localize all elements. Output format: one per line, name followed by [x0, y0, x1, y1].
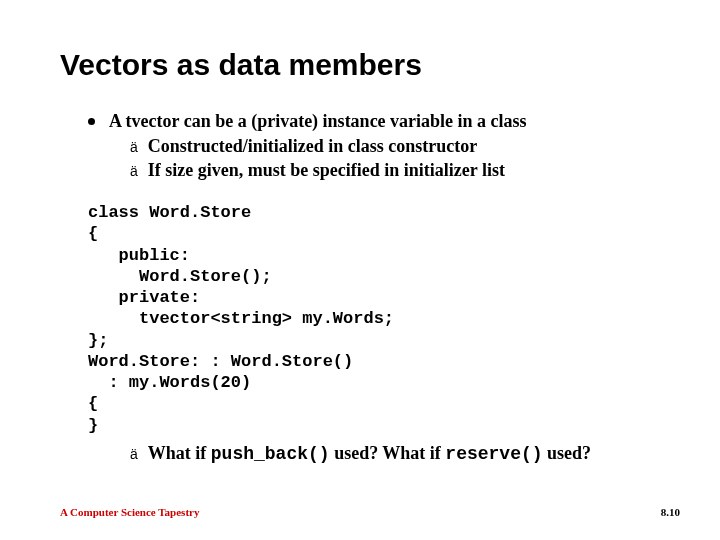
arrow-icon: ä [130, 163, 138, 179]
q-code1: push_back() [211, 444, 330, 464]
sub-bullet-text: If size given, must be specified in init… [148, 159, 505, 182]
code-block: class Word.Store { public: Word.Store();… [88, 202, 660, 436]
question-text: What if push_back() used? What if reserv… [148, 442, 591, 466]
question-bullet: ä What if push_back() used? What if rese… [130, 442, 660, 466]
footer-page-number: 8.10 [661, 506, 680, 518]
arrow-icon: ä [130, 139, 138, 155]
q-prefix: What if [148, 443, 211, 463]
footer-left: A Computer Science Tapestry [60, 506, 199, 518]
sub-bullet-text: Constructed/initialized in class constru… [148, 135, 477, 158]
footer: A Computer Science Tapestry 8.10 [60, 506, 680, 518]
bullet-text: A tvector can be a (private) instance va… [109, 110, 527, 133]
sub-bullet-item: ä If size given, must be specified in in… [130, 159, 660, 182]
bullet-dot-icon [88, 118, 95, 125]
sub-bullet-item: ä Constructed/initialized in class const… [130, 135, 660, 158]
slide: Vectors as data members A tvector can be… [0, 0, 720, 466]
q-suffix: used? [543, 443, 592, 463]
bullet-item: A tvector can be a (private) instance va… [88, 110, 660, 133]
q-mid: used? What if [330, 443, 446, 463]
arrow-icon: ä [130, 446, 138, 462]
slide-title: Vectors as data members [60, 48, 660, 82]
q-code2: reserve() [445, 444, 542, 464]
